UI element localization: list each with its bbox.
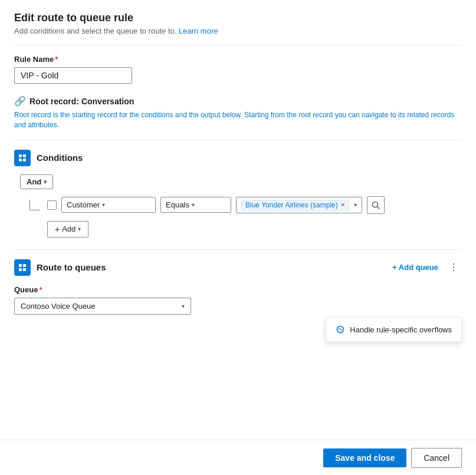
root-record-label: Root record: Conversation [29, 97, 134, 106]
and-chevron-icon: ▾ [44, 179, 47, 185]
route-icon [14, 259, 31, 276]
route-header: Route to queues + Add queue ⋮ [14, 259, 462, 276]
condition-operator-dropdown[interactable]: Equals ▾ [160, 197, 231, 213]
page-header: Edit route to queue rule Add conditions … [14, 12, 462, 35]
conditions-area: And ▾ Customer ▾ Equals ▾ [14, 174, 462, 237]
svg-rect-7 [23, 264, 26, 267]
rule-name-label: Rule Name* [14, 55, 462, 64]
condition-value-field[interactable]: Blue Yonder Airlines (sample) ✕ ▾ [236, 197, 362, 213]
page-title: Edit route to queue rule [14, 12, 462, 24]
overflow-menu-item[interactable]: Handle rule-specific overflows [326, 320, 461, 339]
cancel-button[interactable]: Cancel [411, 448, 462, 468]
add-queue-button[interactable]: + Add queue [388, 260, 443, 274]
operator-chevron-icon: ▾ [192, 202, 195, 208]
value-tag-close-icon[interactable]: ✕ [340, 202, 345, 208]
route-divider [14, 249, 462, 250]
connector [29, 200, 42, 210]
condition-row: Customer ▾ Equals ▾ Blue Yonder Airlines… [29, 196, 462, 214]
connector-line [29, 200, 40, 210]
queue-select-dropdown[interactable]: Contoso Voice Queue ▾ [14, 298, 191, 315]
svg-rect-0 [19, 154, 22, 157]
header-divider [14, 45, 462, 45]
queue-field: Queue* Contoso Voice Queue ▾ [14, 285, 462, 315]
svg-rect-8 [19, 268, 22, 271]
route-section: Route to queues + Add queue ⋮ Queue* Con… [14, 259, 462, 315]
conditions-divider [14, 140, 462, 140]
svg-rect-6 [19, 264, 22, 267]
conditions-header: Conditions [14, 150, 462, 166]
conditions-icon [14, 150, 31, 166]
root-record-desc: Root record is the starting record for t… [14, 110, 462, 130]
queue-chevron-icon: ▾ [182, 303, 185, 309]
add-button[interactable]: + Add ▾ [47, 221, 88, 237]
rule-name-input[interactable] [14, 67, 132, 84]
queue-label: Queue* [14, 285, 462, 294]
conditions-title: Conditions [37, 153, 83, 163]
route-title: Route to queues [37, 262, 106, 272]
search-button[interactable] [367, 196, 385, 214]
conditions-section: Conditions And ▾ Customer ▾ [14, 150, 462, 237]
overflow-menu-icon [336, 325, 345, 334]
route-header-left: Route to queues [14, 259, 106, 276]
field-chevron-icon: ▾ [102, 202, 105, 208]
add-chevron-icon: ▾ [78, 226, 81, 232]
main-panel: Edit route to queue rule Add conditions … [0, 0, 476, 475]
page-subtitle: Add conditions and select the queue to r… [14, 27, 462, 35]
root-record-row: 🔗 Root record: Conversation [14, 95, 462, 107]
svg-rect-1 [23, 154, 26, 157]
svg-rect-3 [23, 159, 26, 161]
condition-value-tag: Blue Yonder Airlines (sample) ✕ [241, 200, 349, 210]
learn-more-link[interactable]: Learn more [179, 27, 218, 35]
more-options-button[interactable]: ⋮ [445, 259, 462, 276]
svg-rect-2 [19, 159, 22, 161]
root-record-icon: 🔗 [14, 95, 26, 107]
and-dropdown[interactable]: And ▾ [20, 174, 53, 189]
value-chevron-icon: ▾ [354, 202, 357, 208]
svg-rect-9 [23, 268, 26, 271]
route-header-right: + Add queue ⋮ [388, 259, 462, 276]
condition-checkbox[interactable] [47, 200, 57, 210]
save-close-button[interactable]: Save and close [323, 448, 406, 467]
condition-field-dropdown[interactable]: Customer ▾ [61, 197, 156, 213]
rule-name-section: Rule Name* [14, 55, 462, 84]
root-record-section: 🔗 Root record: Conversation Root record … [14, 95, 462, 130]
overflow-dropdown: Handle rule-specific overflows [326, 317, 462, 342]
add-plus-icon: + [55, 225, 60, 234]
footer: Save and close Cancel [0, 440, 476, 475]
svg-line-5 [377, 206, 379, 209]
